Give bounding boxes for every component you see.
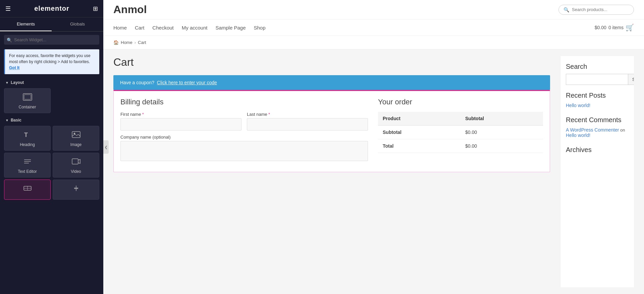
subtotal-col-header: Subtotal <box>461 112 543 126</box>
recent-post-hello-world[interactable]: Hello world! <box>566 103 629 108</box>
video-icon <box>71 158 81 167</box>
first-name-input[interactable] <box>120 118 241 131</box>
hint-text: For easy access, favorite the widgets yo… <box>9 53 91 64</box>
nav-shop[interactable]: Shop <box>254 25 266 31</box>
comment-on-text: on <box>620 128 625 133</box>
grid-icon[interactable]: ⊞ <box>93 5 98 12</box>
widget-image[interactable]: Image <box>53 126 99 151</box>
elementor-logo: elementor <box>34 5 69 12</box>
svg-point-4 <box>73 133 75 135</box>
last-name-label: Last name * <box>247 112 368 117</box>
svg-text:T: T <box>24 132 28 138</box>
widget5-icon <box>23 185 32 194</box>
sidebar-tabs: Elements Globals <box>0 17 103 32</box>
search-icon: 🔍 <box>7 37 12 42</box>
cart-form: Billing details First name * <box>113 90 550 172</box>
total-label: Total <box>378 139 461 153</box>
right-search-row: Search <box>566 74 629 85</box>
tab-elements[interactable]: Elements <box>0 17 52 31</box>
widget-text-editor[interactable]: Text Editor <box>4 153 51 178</box>
billing-heading: Billing details <box>120 98 368 106</box>
site-search-input[interactable] <box>572 7 629 12</box>
widget-5[interactable] <box>4 180 51 200</box>
billing-section: Billing details First name * <box>120 98 368 165</box>
recent-posts-widget: Recent Posts Hello world! <box>566 92 629 109</box>
company-name-label: Company name (optional) <box>120 135 368 140</box>
widget-6[interactable] <box>53 180 99 200</box>
right-search-button[interactable]: Search <box>628 74 634 85</box>
nav-sample-page[interactable]: Sample Page <box>215 25 246 31</box>
comment-author-link[interactable]: A WordPress Commenter <box>566 127 619 133</box>
page-main: Cart Have a coupon? Click here to enter … <box>113 56 560 287</box>
home-icon: 🏠 <box>113 40 119 45</box>
recent-posts-title: Recent Posts <box>566 92 629 99</box>
image-icon <box>71 131 81 140</box>
heading-icon: T <box>23 131 32 140</box>
page-title: Cart <box>113 56 550 68</box>
right-search-widget: Search Search <box>566 63 629 85</box>
site-search-bar: 🔍 <box>558 5 634 15</box>
subtotal-value: $0.00 <box>461 126 543 139</box>
svg-rect-8 <box>72 159 78 164</box>
table-row: Subtotal $0.00 <box>378 126 543 139</box>
company-name-group: Company name (optional) <box>120 135 368 161</box>
archives-title: Archives <box>566 146 629 154</box>
search-widget-title: Search <box>566 63 629 70</box>
cart-summary: $0.00 0 items 🛒 <box>595 23 634 32</box>
subtotal-label: Subtotal <box>378 126 461 139</box>
recent-comment-item: A WordPress Commenter on Hello world! <box>566 127 629 138</box>
order-section: Your order Product Subtotal Subtotal <box>378 98 543 165</box>
archives-widget: Archives <box>566 146 629 157</box>
tab-globals[interactable]: Globals <box>52 17 103 31</box>
last-name-input[interactable] <box>247 118 368 131</box>
coupon-bar: Have a coupon? Click here to enter your … <box>113 75 550 90</box>
favorites-hint: For easy access, favorite the widgets yo… <box>4 49 99 74</box>
search-input[interactable] <box>4 35 99 45</box>
widget-heading[interactable]: T Heading <box>4 126 51 151</box>
coupon-link[interactable]: Click here to enter your code <box>157 80 217 85</box>
widget-label: Heading <box>20 142 35 147</box>
billing-order-row: Billing details First name * <box>120 98 543 165</box>
breadcrumb: 🏠 Home › Cart <box>103 36 644 49</box>
nav-my-account[interactable]: My account <box>182 25 208 31</box>
breadcrumb-home[interactable]: Home <box>121 40 132 45</box>
nav-checkout[interactable]: Checkout <box>152 25 173 31</box>
cart-icon[interactable]: 🛒 <box>626 23 634 32</box>
main-content: ❮ Anmol 🔍 Home Cart Checkout My account … <box>103 0 644 294</box>
site-logo: Anmol <box>113 3 147 16</box>
widget6-icon <box>71 185 81 194</box>
basic-label: Basic <box>11 118 21 122</box>
order-heading: Your order <box>378 98 543 106</box>
layout-label: Layout <box>11 80 24 85</box>
layout-arrow-icon: ▼ <box>5 81 9 85</box>
recent-comments-widget: Recent Comments A WordPress Commenter on… <box>566 116 629 139</box>
basic-arrow-icon: ▼ <box>5 118 9 122</box>
comment-post-link[interactable]: Hello world! <box>566 133 590 138</box>
coupon-text: Have a coupon? <box>120 80 154 85</box>
text-editor-icon <box>23 158 32 167</box>
nav-cart[interactable]: Cart <box>135 25 144 31</box>
widget-container[interactable]: Container <box>4 88 51 113</box>
widget-label: Text Editor <box>18 169 37 174</box>
sidebar-header: ☰ elementor ⊞ <box>0 0 103 17</box>
product-col-header: Product <box>378 112 461 126</box>
collapse-sidebar-handle[interactable]: ❮ <box>103 140 109 154</box>
right-search-input[interactable] <box>566 74 628 85</box>
basic-section-label[interactable]: ▼ Basic <box>0 115 103 124</box>
svg-rect-3 <box>72 132 80 138</box>
container-icon <box>23 93 32 103</box>
last-name-group: Last name * <box>247 112 368 131</box>
company-name-input[interactable] <box>120 141 368 161</box>
breadcrumb-sep: › <box>135 40 136 45</box>
table-row: Total $0.00 <box>378 139 543 153</box>
name-row: First name * Last name * <box>120 112 368 131</box>
layout-section-label[interactable]: ▼ Layout <box>0 78 103 86</box>
basic-widgets-grid: T Heading Image <box>0 124 103 202</box>
first-name-group: First name * <box>120 112 241 131</box>
nav-home[interactable]: Home <box>113 25 127 31</box>
hamburger-icon[interactable]: ☰ <box>5 5 11 12</box>
order-table: Product Subtotal Subtotal $0.00 <box>378 112 543 153</box>
widget-video[interactable]: Video <box>53 153 99 178</box>
widget-label: Image <box>70 142 82 147</box>
got-it-link[interactable]: Got It <box>9 65 19 70</box>
